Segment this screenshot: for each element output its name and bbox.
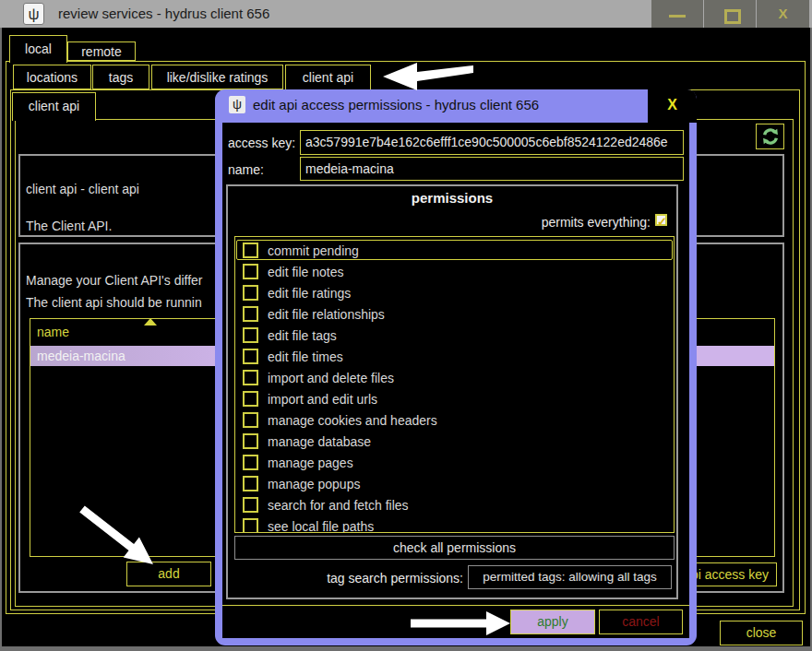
- close-window-button[interactable]: X: [757, 0, 809, 28]
- window-border-left: [0, 28, 2, 651]
- permission-label: edit file relationships: [268, 307, 385, 322]
- permission-label: search for and fetch files: [268, 498, 409, 513]
- tab-client-api-inner[interactable]: client api: [12, 92, 96, 121]
- window-border-bottom: [0, 646, 812, 651]
- access-key-input[interactable]: a3c57991e7b4e162c6efff1ce90c500005c6ebf8…: [300, 130, 684, 155]
- hydrus-app-icon: ψ: [23, 3, 44, 25]
- api-access-key-button[interactable]: pi access key: [683, 562, 777, 586]
- sort-ascending-icon[interactable]: [144, 318, 157, 326]
- permissions-list[interactable]: commit pending edit file notes edit file…: [234, 236, 675, 533]
- permits-everything-checkbox[interactable]: ✓: [655, 214, 667, 226]
- dialog-close-button[interactable]: X: [648, 89, 697, 123]
- close-button[interactable]: close: [720, 621, 803, 645]
- check-all-permissions-button[interactable]: check all permissions: [234, 536, 675, 560]
- tab-client-api[interactable]: client api: [285, 65, 371, 91]
- refresh-icon: [760, 126, 781, 147]
- permission-item[interactable]: commit pending: [235, 240, 674, 261]
- screen: ψ review services - hydrus client 656 X …: [0, 0, 812, 651]
- name-label: name:: [228, 162, 264, 177]
- name-input[interactable]: medeia-macina: [300, 157, 684, 181]
- permission-item[interactable]: import and delete files: [235, 367, 674, 388]
- minimize-button[interactable]: [651, 0, 703, 28]
- permission-item[interactable]: manage database: [235, 431, 674, 452]
- permission-label: import and delete files: [268, 371, 394, 385]
- tab-like-dislike-ratings[interactable]: like/dislike ratings: [151, 65, 283, 89]
- permission-label: manage pages: [268, 456, 353, 470]
- permission-label: edit file times: [268, 349, 343, 364]
- permission-item[interactable]: manage cookies and headers: [235, 409, 674, 431]
- permission-checkbox[interactable]: [243, 518, 258, 533]
- add-button[interactable]: add: [126, 562, 211, 586]
- permits-everything-label: permits everything:: [415, 215, 651, 230]
- permission-item[interactable]: see local file paths: [235, 515, 674, 533]
- permission-checkbox[interactable]: [243, 412, 258, 428]
- permission-label: see local file paths: [268, 519, 374, 534]
- permission-label: manage popups: [268, 477, 360, 491]
- tab-local[interactable]: local: [9, 35, 67, 63]
- column-header-name[interactable]: name: [37, 325, 69, 339]
- permission-label: manage cookies and headers: [268, 413, 437, 428]
- cancel-button[interactable]: cancel: [599, 610, 683, 634]
- permissions-title: permissions: [226, 190, 678, 206]
- minimize-icon: [669, 15, 686, 18]
- permission-checkbox[interactable]: [243, 264, 258, 279]
- permission-checkbox[interactable]: [243, 497, 258, 513]
- permission-checkbox[interactable]: [243, 391, 258, 407]
- permission-item[interactable]: manage popups: [235, 473, 674, 494]
- permission-label: edit file tags: [268, 328, 337, 343]
- permission-checkbox[interactable]: [243, 243, 258, 258]
- service-info-title: client api - client api: [26, 182, 139, 196]
- permission-label: edit file notes: [268, 265, 344, 279]
- maximize-button[interactable]: [704, 0, 756, 28]
- permission-label: commit pending: [268, 243, 359, 258]
- permission-item[interactable]: edit file tags: [235, 325, 674, 346]
- permission-item[interactable]: manage pages: [235, 452, 674, 473]
- tag-search-permissions-label: tag search permissions:: [277, 571, 463, 586]
- maximize-icon: [724, 9, 741, 24]
- permission-item[interactable]: edit file ratings: [235, 282, 674, 303]
- tab-locations[interactable]: locations: [13, 65, 91, 89]
- permission-item[interactable]: edit file notes: [235, 261, 674, 282]
- refresh-button[interactable]: [756, 124, 784, 149]
- permission-checkbox[interactable]: [243, 349, 258, 364]
- tab-remote[interactable]: remote: [67, 41, 136, 61]
- permission-label: import and edit urls: [268, 392, 377, 407]
- permission-item[interactable]: edit file times: [235, 346, 674, 367]
- permission-item[interactable]: edit file relationships: [235, 303, 674, 325]
- manage-keys-text-2: The client api should be runnin: [26, 295, 202, 310]
- tab-tags[interactable]: tags: [92, 65, 149, 89]
- permission-item[interactable]: search for and fetch files: [235, 494, 674, 515]
- dialog-hydrus-icon: ψ: [229, 96, 245, 113]
- manage-keys-text-1: Manage your Client API's differ: [26, 273, 203, 288]
- dialog-separator: [222, 605, 689, 606]
- dialog-title: edit api access permissions - hydrus cli…: [253, 89, 539, 123]
- permission-checkbox[interactable]: [243, 306, 258, 322]
- permission-checkbox[interactable]: [243, 476, 258, 491]
- permission-item[interactable]: import and edit urls: [235, 388, 674, 409]
- permission-checkbox[interactable]: [243, 433, 258, 449]
- service-info-description: The Client API.: [26, 219, 112, 233]
- permission-checkbox[interactable]: [243, 370, 258, 385]
- permission-checkbox[interactable]: [243, 285, 258, 301]
- permission-label: manage database: [268, 434, 371, 449]
- permission-checkbox[interactable]: [243, 327, 258, 343]
- access-key-label: access key:: [228, 136, 295, 150]
- tag-search-permissions-button[interactable]: permitted tags: allowing all tags: [468, 565, 672, 589]
- apply-button[interactable]: apply: [510, 610, 595, 634]
- permission-label: edit file ratings: [268, 286, 351, 301]
- permission-checkbox[interactable]: [243, 455, 258, 470]
- main-window-title: review services - hydrus client 656: [58, 0, 269, 28]
